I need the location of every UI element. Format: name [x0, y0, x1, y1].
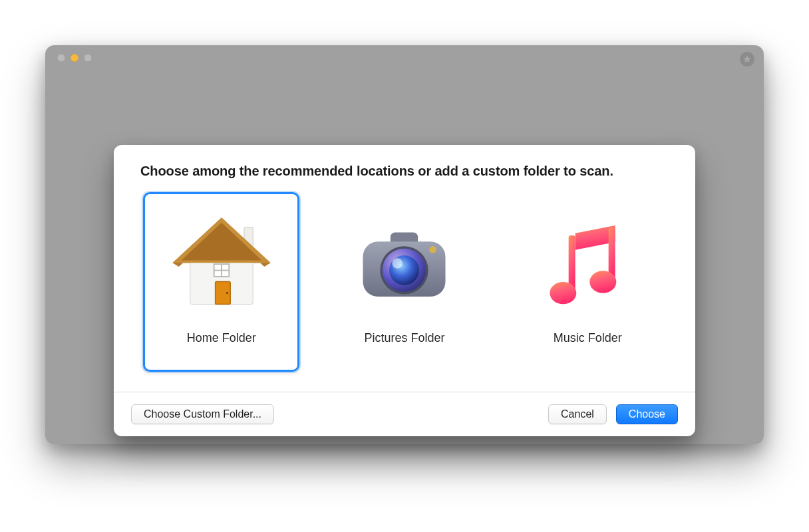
option-label: Home Folder — [187, 331, 256, 345]
sheet-footer: Choose Custom Folder... Cancel Choose — [114, 392, 695, 436]
svg-point-17 — [393, 258, 403, 269]
cancel-button[interactable]: Cancel — [548, 404, 607, 424]
window-controls — [57, 54, 92, 62]
pictures-folder-icon — [348, 209, 461, 322]
option-label: Pictures Folder — [364, 331, 444, 345]
app-window: Choose among the recommended locations o… — [45, 45, 764, 444]
zoom-window-button[interactable] — [84, 54, 92, 62]
sheet-title: Choose among the recommended locations o… — [114, 145, 695, 192]
option-pictures-folder[interactable]: Pictures Folder — [326, 192, 482, 372]
option-label: Music Folder — [554, 331, 622, 345]
choose-folder-sheet: Choose among the recommended locations o… — [114, 145, 695, 436]
titlebar — [45, 45, 764, 70]
svg-point-10 — [226, 292, 228, 294]
svg-point-20 — [590, 271, 617, 293]
option-home-folder[interactable]: Home Folder — [143, 192, 299, 372]
choose-button[interactable]: Choose — [616, 404, 678, 424]
favorite-icon — [740, 52, 754, 66]
music-folder-icon — [531, 209, 644, 322]
minimize-window-button[interactable] — [71, 54, 79, 62]
svg-point-21 — [550, 282, 577, 304]
home-folder-icon — [165, 209, 278, 322]
close-window-button[interactable] — [57, 54, 65, 62]
option-music-folder[interactable]: Music Folder — [510, 192, 666, 372]
folder-options-row: Home Folder — [114, 192, 695, 392]
choose-custom-folder-button[interactable]: Choose Custom Folder... — [131, 404, 274, 424]
svg-point-13 — [430, 246, 436, 253]
